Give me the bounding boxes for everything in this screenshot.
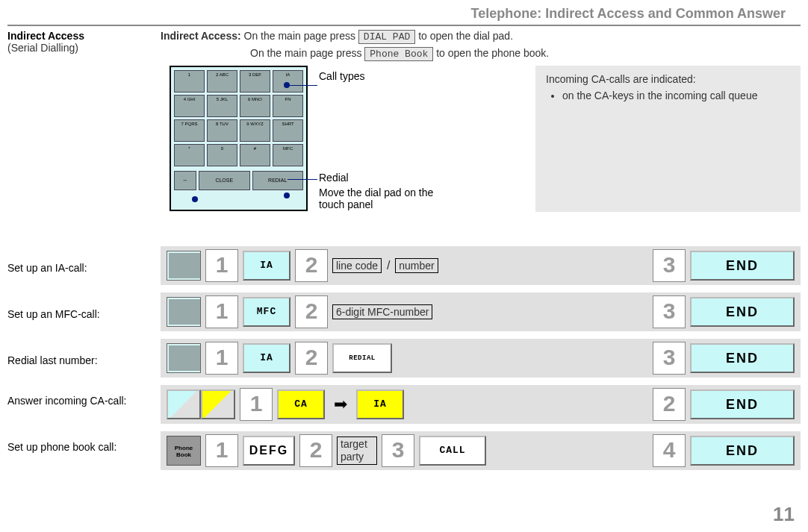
mini-keypad-redial: [167, 343, 201, 373]
label-answer: Answer incoming CA-call:: [7, 394, 149, 407]
step-2-ca: 2: [653, 388, 686, 421]
key-1[interactable]: 1: [174, 70, 205, 93]
step-1-ca: 1: [240, 388, 273, 421]
mfc-button[interactable]: MFC: [243, 297, 290, 327]
key-fn[interactable]: FN: [273, 95, 303, 117]
mini-keypad-ia: [167, 251, 201, 281]
step-1-redial: 1: [205, 342, 238, 375]
annot-calltypes: Call types: [319, 70, 364, 82]
call-button[interactable]: CALL: [419, 436, 486, 466]
label-ia: Set up an IA-call:: [7, 261, 149, 275]
end-button-redial[interactable]: END: [690, 343, 795, 373]
step-2: 2: [295, 249, 328, 282]
ca-button[interactable]: CA: [277, 389, 325, 419]
key-redial[interactable]: REDIAL: [252, 171, 304, 190]
callout-dot-move: [192, 196, 198, 202]
end-button-ca[interactable]: END: [690, 389, 795, 419]
annot-move: Move the dial pad on the touch panel: [319, 187, 453, 210]
dialpad-button[interactable]: DIAL PAD: [358, 30, 415, 44]
mfc-number-field[interactable]: 6-digit MFC-number: [332, 304, 432, 320]
sidebar: Indirect Access (Serial Dialling): [7, 30, 149, 54]
key-6[interactable]: 6 MNO: [240, 95, 270, 117]
mini-keypad-mfc: [167, 297, 201, 327]
end-button-pb[interactable]: END: [690, 436, 795, 466]
linecode-field[interactable]: line code: [332, 258, 382, 273]
page-number: 11: [773, 503, 795, 526]
step-2-pb: 2: [299, 434, 332, 467]
row-answer-ca: 1 CA ➡ IA 2 END: [161, 385, 801, 424]
end-button[interactable]: END: [690, 251, 795, 281]
page-header: Telephone: Indirect Access and Common An…: [7, 0, 801, 26]
info-title: Incoming CA-calls are indicated:: [546, 73, 790, 85]
ca-indicator-yellow: [201, 389, 235, 419]
step-3-redial: 3: [653, 342, 686, 375]
info-box: Incoming CA-calls are indicated: on the …: [535, 66, 801, 212]
sidebar-title: Indirect Access: [7, 30, 149, 42]
label-mfc: Set up an MFC-call:: [7, 307, 149, 321]
callout-line-1: [288, 85, 317, 86]
intro-heading: Indirect Access:: [161, 30, 241, 42]
ia-button-ca[interactable]: IA: [356, 389, 404, 419]
phonebook-button[interactable]: Phone Book: [364, 47, 433, 61]
step-3: 3: [653, 249, 686, 282]
info-bullet: on the CA-keys in the incoming call queu…: [562, 90, 790, 101]
row-phonebook: Phone Book 1 DEFG 2 target party 3 CALL …: [161, 431, 801, 470]
key-shrt[interactable]: SHRT: [273, 119, 303, 142]
intro-line-1: Indirect Access: On the main page press …: [161, 30, 801, 44]
annot-redial: Redial: [319, 172, 349, 184]
ca-indicator-pair: [167, 389, 235, 419]
key-2[interactable]: 2 ABC: [207, 70, 237, 93]
ia-button[interactable]: IA: [243, 251, 290, 281]
key-3[interactable]: 3 DEF: [240, 70, 270, 93]
intro-text-2a: On the main page press: [250, 47, 361, 59]
step-2-mfc: 2: [295, 295, 328, 328]
target-party-field[interactable]: target party: [337, 436, 377, 465]
slash: /: [387, 259, 390, 272]
key-close[interactable]: CLOSE: [199, 171, 250, 190]
intro-text-2b: to open the phone book.: [436, 47, 549, 59]
defg-button[interactable]: DEFG: [243, 436, 295, 466]
step-4-pb: 4: [653, 434, 686, 467]
keypad-area: 1 2 ABC 3 DEF IA 4 GHI 5 JKL 6 MNO FN 7 …: [161, 66, 801, 222]
step-2-redial: 2: [295, 342, 328, 375]
key-7[interactable]: 7 PQRS: [174, 119, 205, 142]
key-4[interactable]: 4 GHI: [174, 95, 205, 117]
callout-line-2: [288, 179, 317, 180]
key-5[interactable]: 5 JKL: [207, 95, 237, 117]
row-ia-call: 1 IA 2 line code / number 3 END: [161, 246, 801, 285]
step-1: 1: [205, 249, 238, 282]
row-redial: 1 IA 2 REDIAL 3 END: [161, 339, 801, 378]
step-1-pb: 1: [205, 434, 238, 467]
keypad-bottom: ↔ CLOSE REDIAL: [174, 171, 303, 190]
arrow-right-icon: ➡: [334, 395, 347, 414]
step-3-pb: 3: [382, 434, 414, 467]
ia-button-redial[interactable]: IA: [243, 343, 290, 373]
phonebook-mini[interactable]: Phone Book: [167, 436, 201, 466]
ca-indicator-cyan: [167, 389, 201, 419]
callout-dot-redial: [284, 193, 290, 198]
key-0[interactable]: 0: [207, 144, 237, 166]
key-hash[interactable]: #: [240, 144, 270, 166]
key-move[interactable]: ↔: [174, 171, 196, 190]
sidebar-subtitle: (Serial Dialling): [7, 42, 149, 54]
row-mfc-call: 1 MFC 2 6-digit MFC-number 3 END: [161, 292, 801, 331]
key-8[interactable]: 8 TUV: [207, 119, 237, 142]
intro-text-1a: On the main page press: [244, 30, 355, 42]
main-column: Indirect Access: On the main page press …: [161, 30, 801, 222]
redial-button[interactable]: REDIAL: [332, 343, 392, 373]
end-button-mfc[interactable]: END: [690, 297, 795, 327]
step-3-mfc: 3: [653, 295, 686, 328]
intro-line-2: On the main page press Phone Book to ope…: [161, 47, 801, 61]
key-star[interactable]: *: [174, 144, 205, 166]
intro-text-1b: to open the dial pad.: [418, 30, 513, 42]
key-ia[interactable]: IA: [273, 70, 303, 93]
step-1-mfc: 1: [205, 295, 238, 328]
key-9[interactable]: 9 WXYZ: [240, 119, 270, 142]
number-field[interactable]: number: [395, 258, 438, 273]
key-mfc[interactable]: MFC: [273, 144, 303, 166]
label-redial: Redial last number:: [7, 354, 149, 367]
label-pbook: Set up phone book call:: [7, 440, 149, 454]
